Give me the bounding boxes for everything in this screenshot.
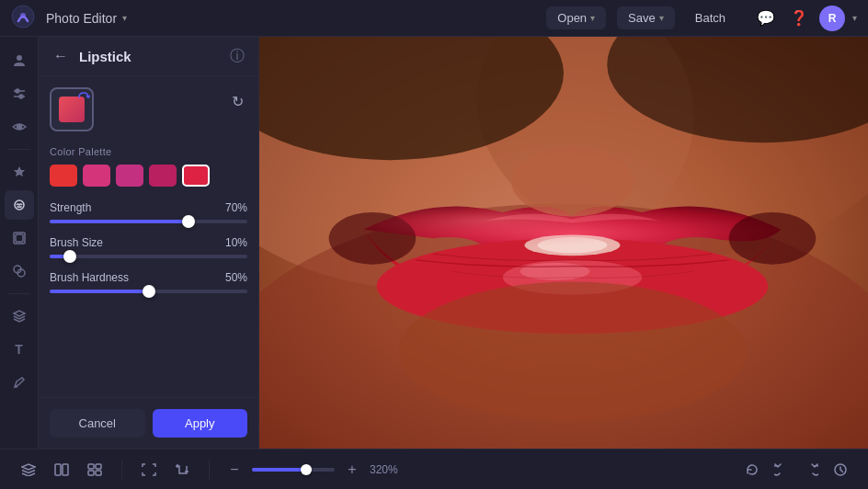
canvas-image xyxy=(259,37,868,449)
brush-size-track[interactable] xyxy=(50,255,247,258)
panel-header: ← Lipstick ⓘ xyxy=(39,37,258,76)
color-swatch-3[interactable] xyxy=(149,165,177,187)
strength-track[interactable] xyxy=(50,220,247,223)
sidebar-tool-eye[interactable] xyxy=(5,112,34,142)
color-swatch-2[interactable] xyxy=(116,165,143,187)
batch-button[interactable]: Batch xyxy=(686,6,735,29)
brush-hardness-fill xyxy=(50,290,149,293)
svg-rect-11 xyxy=(16,234,23,242)
reset-button[interactable] xyxy=(739,457,765,483)
brush-size-thumb[interactable] xyxy=(63,250,76,263)
bottom-action-group xyxy=(739,457,853,483)
topbar-icons: 💬 ❓ R ▾ xyxy=(753,6,857,31)
svg-point-23 xyxy=(398,282,746,421)
zoom-in-button[interactable]: + xyxy=(340,458,364,482)
lipstick-panel: ← Lipstick ⓘ ↻ Color Palette xyxy=(39,37,259,449)
svg-rect-34 xyxy=(88,471,94,475)
svg-point-22 xyxy=(511,147,633,217)
canvas-area[interactable] xyxy=(259,37,868,449)
refresh-button[interactable]: ↻ xyxy=(228,89,247,114)
sidebar-tool-layers[interactable] xyxy=(5,301,34,331)
left-sidebar: T xyxy=(0,37,39,449)
chat-icon-button[interactable]: 💬 xyxy=(753,6,779,31)
open-button[interactable]: Open ▾ xyxy=(546,6,606,29)
zoom-out-button[interactable]: − xyxy=(223,458,246,482)
svg-rect-35 xyxy=(96,471,101,475)
app-title-label: Photo Editor xyxy=(46,11,117,26)
zoom-control-group: − + 320% xyxy=(223,458,405,482)
topbar: Photo Editor ▾ Open ▾ Save ▾ Batch 💬 ❓ R… xyxy=(0,0,868,37)
compare-button[interactable] xyxy=(48,456,75,483)
zoom-slider-fill xyxy=(252,468,306,472)
panel-body: ↻ Color Palette Strength 70% xyxy=(39,76,258,397)
svg-point-1 xyxy=(20,13,26,18)
panel-back-button[interactable]: ← xyxy=(50,46,72,66)
zoom-slider-thumb[interactable] xyxy=(301,464,312,475)
brush-hardness-thumb[interactable] xyxy=(143,285,155,298)
svg-point-7 xyxy=(17,125,21,130)
apply-button[interactable]: Apply xyxy=(153,409,248,438)
sidebar-tool-text[interactable]: T xyxy=(5,335,34,364)
brush-size-value: 10% xyxy=(225,236,247,249)
svg-point-5 xyxy=(16,89,19,93)
zoom-group xyxy=(135,456,196,483)
panel-title: Lipstick xyxy=(79,49,220,64)
sidebar-tool-overlays[interactable] xyxy=(5,256,34,286)
layers-view-button[interactable] xyxy=(15,456,42,483)
app-title[interactable]: Photo Editor ▾ xyxy=(46,11,127,26)
color-palette xyxy=(50,165,247,187)
lipstick-preview[interactable] xyxy=(50,87,94,131)
sidebar-tool-frames[interactable] xyxy=(5,223,34,253)
zoom-value: 320% xyxy=(370,463,405,476)
brush-hardness-value: 50% xyxy=(225,271,247,284)
crop-button[interactable] xyxy=(168,456,196,483)
bottom-divider-2 xyxy=(209,460,210,480)
avatar-chevron[interactable]: ▾ xyxy=(852,13,857,23)
color-palette-label: Color Palette xyxy=(50,146,247,157)
save-button-label: Save xyxy=(628,11,656,25)
batch-button-label: Batch xyxy=(695,11,725,25)
svg-rect-30 xyxy=(55,464,61,475)
brush-hardness-track[interactable] xyxy=(50,290,247,293)
svg-point-2 xyxy=(17,55,22,61)
strength-fill xyxy=(50,220,188,223)
app-logo xyxy=(11,5,35,32)
strength-thumb[interactable] xyxy=(182,215,195,228)
sidebar-tool-makeup[interactable] xyxy=(5,190,34,220)
zoom-slider-track[interactable] xyxy=(252,468,335,472)
grid-view-button[interactable] xyxy=(81,456,108,483)
sidebar-tool-draw[interactable] xyxy=(5,368,34,397)
redo-button[interactable] xyxy=(798,457,824,483)
strength-label: Strength xyxy=(50,201,91,214)
sidebar-divider-2 xyxy=(8,293,30,294)
undo-button[interactable] xyxy=(769,457,794,483)
svg-rect-32 xyxy=(88,464,94,469)
fit-button[interactable] xyxy=(135,456,163,483)
strength-value: 70% xyxy=(225,201,247,214)
history-button[interactable] xyxy=(828,457,853,483)
app-title-chevron: ▾ xyxy=(122,13,127,23)
color-swatch-0[interactable] xyxy=(50,165,77,187)
brush-hardness-slider-row: Brush Hardness 50% xyxy=(50,271,247,293)
svg-rect-33 xyxy=(96,464,101,469)
sidebar-tool-effects[interactable] xyxy=(5,157,34,187)
help-icon-button[interactable]: ❓ xyxy=(786,6,812,31)
main-area: T ← Lipstick ⓘ xyxy=(0,37,868,449)
sidebar-tool-person[interactable] xyxy=(5,46,34,75)
color-swatch-1[interactable] xyxy=(83,165,110,187)
preview-row: ↻ xyxy=(50,87,247,142)
avatar[interactable]: R xyxy=(819,6,845,31)
save-button[interactable]: Save ▾ xyxy=(617,6,675,29)
svg-rect-31 xyxy=(63,464,68,475)
svg-point-6 xyxy=(19,95,23,98)
bottom-divider-1 xyxy=(121,460,122,480)
sidebar-tool-sliders[interactable] xyxy=(5,79,34,108)
panel-info-button[interactable]: ⓘ xyxy=(227,46,247,66)
svg-marker-8 xyxy=(14,166,25,176)
sidebar-divider-1 xyxy=(8,149,30,150)
bottom-tool-group-left xyxy=(15,456,108,483)
save-chevron: ▾ xyxy=(659,13,664,23)
color-swatch-4[interactable] xyxy=(182,165,210,187)
open-chevron: ▾ xyxy=(590,13,595,23)
cancel-button[interactable]: Cancel xyxy=(50,409,145,438)
